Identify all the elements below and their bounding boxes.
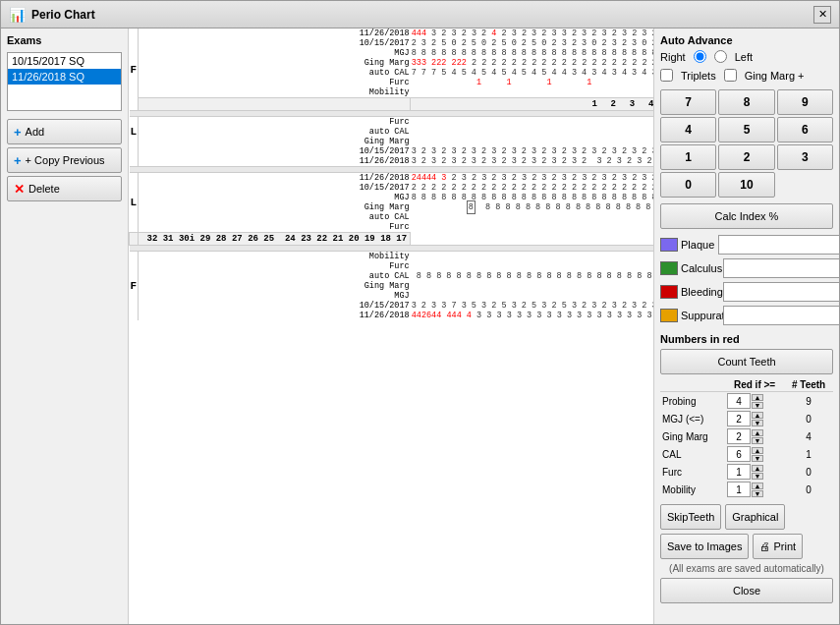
- mgj-spinner-input[interactable]: [727, 411, 751, 426]
- lower-ging-marg-row: Ging Marg 8 8 8 8 8 8 8 8 8 8 8 8 8 8 8 …: [130, 202, 654, 212]
- mgj-down-btn[interactable]: ▼: [752, 420, 763, 426]
- ging-marg-down-btn[interactable]: ▼: [752, 437, 763, 444]
- mgj-red-row: MGJ (<=) ▲ ▼ 0: [660, 410, 833, 427]
- date-1126-f: 11/26/2018: [139, 311, 411, 320]
- auto-advance-title: Auto Advance: [660, 34, 833, 46]
- numpad-8[interactable]: 8: [718, 89, 774, 115]
- copy-previous-button[interactable]: + + Copy Previous: [7, 147, 122, 173]
- cal-spinner-btns: ▲ ▼: [752, 447, 763, 462]
- probing-spinner-btns: ▲ ▼: [752, 394, 763, 409]
- lower-f-misc-data: 8 8 8 8 8 8 8 8 8 8 8 8 8 8 8 8 8 8 8 8 …: [411, 252, 653, 302]
- probing-red-label: Probing: [660, 392, 725, 411]
- delete-button[interactable]: ✕ Delete: [7, 176, 122, 201]
- cal-spinner-input[interactable]: [727, 446, 751, 462]
- triplets-checkbox[interactable]: [660, 69, 673, 82]
- main-content: Exams 10/15/2017 SQ 11/26/2018 SQ + Add …: [1, 28, 839, 624]
- mgj-up-btn[interactable]: ▲: [752, 412, 763, 419]
- tooth-num-spacer-lower: [130, 233, 139, 246]
- cal-red-label: CAL: [660, 445, 725, 463]
- right-radio[interactable]: [694, 50, 706, 63]
- mobility-label: Mobility: [139, 87, 411, 98]
- probing-1015-upper: 2 3 2 5 0 2 5 0 2 5 0 2 5 0 2 3 2 3 0 2 …: [411, 38, 653, 48]
- probing-spinner-input[interactable]: [727, 393, 751, 409]
- suppuration-color: [660, 309, 678, 322]
- ging-marg-checkbox[interactable]: [724, 69, 737, 82]
- probing-1126-upper: 444 3 2 3 2 3 2 4 2 3 2 3 2 3 3 2 3 2 3 …: [411, 28, 653, 38]
- numpad-6[interactable]: 6: [777, 117, 833, 142]
- mobility-data-upper: [411, 87, 653, 98]
- print-label: Print: [773, 540, 796, 552]
- cal-up-btn[interactable]: ▲: [752, 447, 763, 454]
- auto-cal-data-upper: 7 7 7 5 4 5 4 5 4 5 4 5 4 5 4 4 3 4 3 4 …: [411, 68, 653, 78]
- furc-red-row: Furc ▲ ▼ 0: [660, 463, 833, 481]
- bleeding-value[interactable]: [723, 282, 839, 302]
- numpad-4[interactable]: 4: [660, 117, 716, 142]
- left-radio[interactable]: [714, 50, 727, 63]
- probing-1015-lower: 2 2 2 2 2 2 2 2 2 2 2 2 2 2 2 2 2 2 2 2 …: [411, 183, 653, 193]
- numpad-1[interactable]: 1: [660, 144, 716, 170]
- mobility-spinner-input[interactable]: [727, 482, 751, 497]
- numpad-7[interactable]: 7: [660, 89, 716, 115]
- furc-spinner-input[interactable]: [727, 464, 751, 480]
- count-teeth-button[interactable]: Count Teeth: [660, 349, 833, 374]
- furc-down-btn[interactable]: ▼: [752, 473, 763, 480]
- mgj-teeth-count: 0: [784, 410, 833, 427]
- print-button[interactable]: 🖨 Print: [753, 534, 803, 559]
- lower-mgj-label: MGJ: [139, 193, 411, 202]
- exam-item-2[interactable]: 11/26/2018 SQ: [8, 69, 121, 85]
- save-to-images-button[interactable]: Save to Images: [660, 534, 749, 559]
- lower-auto-cal-row: auto CAL: [130, 212, 654, 222]
- ging-marg-label: Ging Marg: [139, 58, 411, 68]
- numpad-0[interactable]: 0: [660, 172, 716, 198]
- calc-index-button[interactable]: Calc Index %: [660, 203, 833, 229]
- numpad-3[interactable]: 3: [777, 144, 833, 170]
- chart-table: F 11/26/2018 444 3 2 3 2 3 2 4 2 3 2 3 2…: [129, 28, 653, 320]
- cal-red-row: CAL ▲ ▼ 1: [660, 445, 833, 463]
- window-close-button[interactable]: ✕: [813, 6, 831, 24]
- add-button[interactable]: + Add: [7, 119, 122, 144]
- plaque-row: Plaque: [660, 235, 833, 255]
- exam-item-1[interactable]: 10/15/2017 SQ: [8, 53, 121, 69]
- ging-marg-up-btn[interactable]: ▲: [752, 429, 763, 436]
- close-button[interactable]: Close: [660, 578, 833, 603]
- l-label-lower: L: [130, 173, 139, 233]
- mobility-red-row: Mobility ▲ ▼ 0: [660, 481, 833, 498]
- calculus-value[interactable]: [723, 258, 839, 278]
- tooth-numbers-lower-data: 32 31 30i 29 28 27 26 25 24 23 22 21 20 …: [139, 233, 411, 246]
- skip-teeth-button[interactable]: SkipTeeth: [660, 504, 721, 530]
- mobility-up-btn[interactable]: ▲: [752, 483, 763, 489]
- cal-down-btn[interactable]: ▼: [752, 455, 763, 462]
- probing-down-btn[interactable]: ▼: [752, 402, 763, 409]
- plaque-text: Plaque: [681, 239, 714, 251]
- mobility-spinner: ▲ ▼: [727, 482, 782, 497]
- probing-red-value-cell: ▲ ▼: [725, 392, 784, 411]
- probing-red-row: Probing ▲ ▼ 9: [660, 392, 833, 411]
- chart-visual: F 11/26/2018 444 3 2 3 2 3 2 4 2 3 2 3 2…: [129, 28, 653, 320]
- col-header-red-if: Red if >=: [725, 378, 784, 392]
- numpad-5[interactable]: 5: [718, 117, 774, 142]
- suppuration-value[interactable]: [723, 306, 839, 325]
- delete-label: Delete: [28, 183, 60, 195]
- print-icon: 🖨: [759, 540, 770, 552]
- lower-ging-marg-data: 8 8 8 8 8 8 8 8 8 8 8 8 8 8 8 8 8 8 8 8 …: [411, 202, 653, 212]
- numpad-2[interactable]: 2: [718, 144, 774, 170]
- numpad-9[interactable]: 9: [777, 89, 833, 115]
- numpad-10[interactable]: 10: [718, 172, 774, 198]
- date-1015-f: 10/15/2017: [139, 301, 411, 311]
- numpad: 7 8 9 4 5 6 1 2 3 0 10: [660, 89, 833, 198]
- mobility-red-label: Mobility: [660, 481, 725, 498]
- add-icon: +: [14, 125, 22, 140]
- mgj-spinner: ▲ ▼: [727, 411, 782, 426]
- probing-up-btn[interactable]: ▲: [752, 394, 763, 401]
- mobility-down-btn[interactable]: ▼: [752, 490, 763, 497]
- tooth-num-spacer: [139, 98, 411, 111]
- furc-label: Furc: [139, 78, 411, 87]
- ging-marg-spinner-input[interactable]: [727, 428, 751, 444]
- right-label: Right: [660, 51, 686, 63]
- exam-list: 10/15/2017 SQ 11/26/2018 SQ: [7, 52, 122, 111]
- action-buttons: + Add + + Copy Previous ✕ Delete: [7, 119, 122, 201]
- auto-cal-row-upper: auto CAL 7 7 7 5 4 5 4 5 4 5 4 5 4 5 4 4…: [130, 68, 654, 78]
- plaque-value[interactable]: [718, 235, 839, 255]
- furc-up-btn[interactable]: ▲: [752, 465, 763, 472]
- graphical-button[interactable]: Graphical: [725, 504, 785, 530]
